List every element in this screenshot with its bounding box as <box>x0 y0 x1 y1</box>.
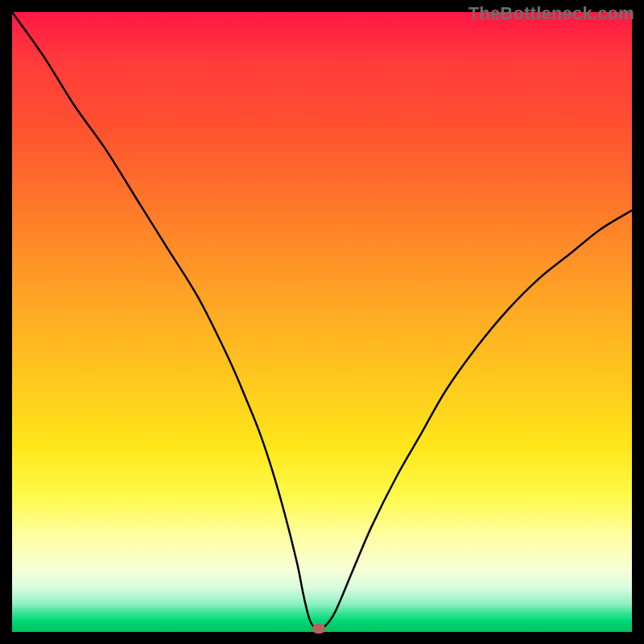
curve-path <box>12 12 632 630</box>
attribution-text: TheBottleneck.com <box>469 3 634 24</box>
chart-frame: TheBottleneck.com <box>0 0 644 644</box>
bottleneck-curve <box>12 12 632 632</box>
minimum-marker <box>312 624 325 634</box>
plot-area <box>12 12 632 632</box>
